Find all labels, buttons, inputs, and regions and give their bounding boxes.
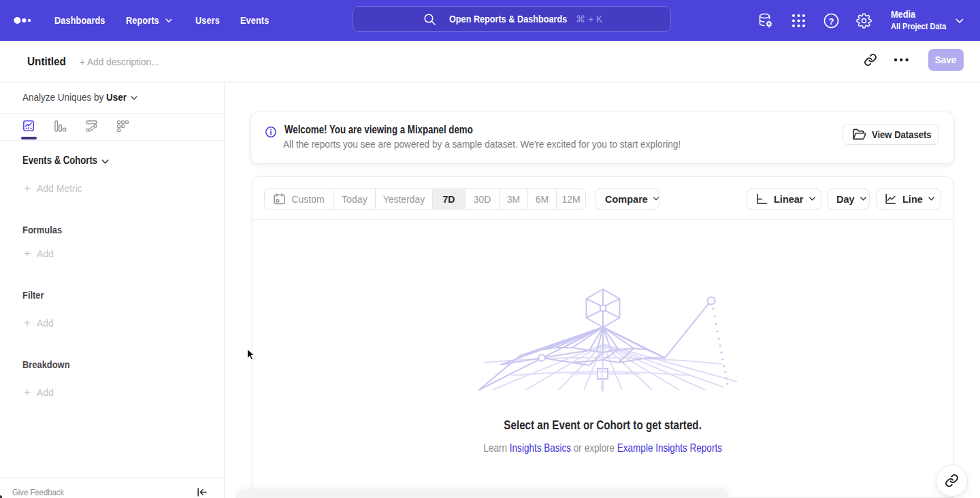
svg-text:?: ?	[829, 16, 834, 27]
